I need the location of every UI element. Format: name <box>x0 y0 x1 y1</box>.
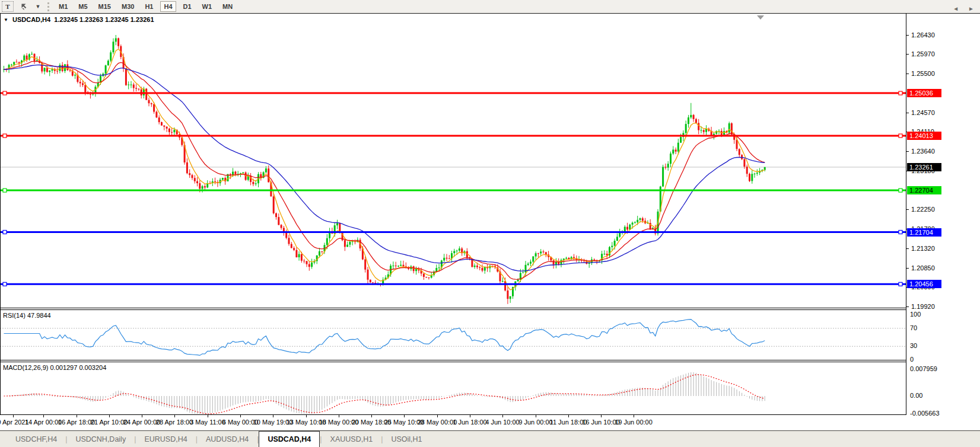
time-tick-mark <box>109 415 110 417</box>
price-tick-mark <box>906 248 909 249</box>
rsi-line <box>4 320 765 356</box>
price-tick-label: 1.20850 <box>911 264 935 272</box>
time-axis-label: 1 Jun 18:00 <box>453 419 487 426</box>
macd-signal-line <box>4 375 765 414</box>
tab-usdchf-h4[interactable]: USDCHF,H4 <box>7 431 65 447</box>
macd-panel[interactable] <box>0 362 906 415</box>
time-axis-label: 9 Jun 00:00 <box>518 419 553 426</box>
indicator-axis-label: -0.005663 <box>910 410 940 417</box>
line-handle[interactable] <box>899 189 902 192</box>
timeframe-button-h4[interactable]: H4 <box>160 1 176 12</box>
rsi-panel[interactable] <box>0 309 906 360</box>
ma-fast-line <box>4 49 765 290</box>
line-handle[interactable] <box>3 189 7 192</box>
tab-audusd-h4[interactable]: AUDUSD,H4 <box>198 431 257 447</box>
price-tick-mark <box>906 209 909 210</box>
line-handle[interactable] <box>3 134 7 138</box>
price-tick-label: 1.26430 <box>911 31 935 39</box>
tab-scroll-right-icon[interactable]: ► <box>968 5 974 12</box>
price-tick-mark <box>906 113 909 113</box>
tab-xauusd-h1[interactable]: XAUUSD,H1 <box>322 431 381 447</box>
price-tick-mark <box>906 54 909 55</box>
line-handle[interactable] <box>899 231 902 234</box>
main-price-panel[interactable] <box>0 14 906 308</box>
chart-ohlc-values: 1.23245 1.23263 1.23245 1.23261 <box>54 16 154 23</box>
time-tick-mark <box>240 415 241 417</box>
macd-histogram <box>4 372 765 414</box>
rsi-indicator-label: RSI(14) 47.9844 <box>3 312 51 319</box>
price-tick-mark <box>906 268 909 269</box>
time-axis-label: 11 Jun 18:00 <box>550 419 587 426</box>
time-axis-label: 28 May 00:00 <box>418 419 457 426</box>
tab-usoil-h1[interactable]: USOil,H1 <box>383 431 430 447</box>
time-axis-label: 4 Jun 10:00 <box>485 419 520 426</box>
line-handle[interactable] <box>3 282 7 286</box>
hline-price-label: 1.21704 <box>907 228 941 237</box>
macd-indicator-label: MACD(12,26,9) 0.001297 0.003204 <box>3 364 106 371</box>
arrows-tool-dropdown[interactable]: ▼ <box>32 1 44 12</box>
indicator-axis-label: 70 <box>910 324 917 331</box>
chart-tab-bar: USDCHF,H4|USDCNH,Daily|EURUSD,H4|AUDUSD,… <box>0 430 980 447</box>
hline-price-label: 1.25036 <box>907 89 941 97</box>
time-tick-mark <box>371 415 372 417</box>
time-axis[interactable]: 9 Apr 202114 Apr 00:0016 Apr 18:0021 Apr… <box>0 415 980 430</box>
collapse-arrow-icon[interactable]: ▼ <box>4 17 8 23</box>
time-axis-label: 19 Jun 00:00 <box>615 419 653 426</box>
timeframe-button-mn[interactable]: MN <box>219 1 236 12</box>
chart-symbol: USDCAD,H4 <box>12 16 50 23</box>
chart-shift-marker-icon[interactable] <box>757 15 764 20</box>
time-axis-label: 24 Apr 00:00 <box>123 419 160 426</box>
tab-usdcad-h4[interactable]: USDCAD,H4 <box>259 431 320 447</box>
current-price-label: 1.23261 <box>907 163 941 171</box>
price-tick-mark <box>906 306 909 307</box>
price-tick-label: 1.25970 <box>911 50 935 58</box>
line-handle[interactable] <box>3 91 7 95</box>
tab-usdcnh-daily[interactable]: USDCNH,Daily <box>67 431 134 447</box>
timeframe-button-m30[interactable]: M30 <box>118 1 138 12</box>
time-tick-mark <box>339 415 339 417</box>
time-tick-mark <box>43 415 44 417</box>
time-tick-mark <box>568 415 569 417</box>
timeframe-button-m5[interactable]: M5 <box>75 1 91 12</box>
time-tick-mark <box>13 415 14 417</box>
time-tick-mark <box>77 415 77 417</box>
arrows-tool-icon[interactable] <box>16 1 32 12</box>
indicator-axis-label: 0.007959 <box>910 365 937 372</box>
price-tick-label: 1.21320 <box>911 245 935 252</box>
price-tick-label: 1.24570 <box>911 109 935 116</box>
time-axis-label: 16 Apr 18:00 <box>58 419 95 426</box>
tab-scroll-left-icon[interactable]: ◄ <box>953 5 959 12</box>
time-axis-label: 14 Apr 00:00 <box>25 419 62 426</box>
timeframe-button-h1[interactable]: H1 <box>141 1 157 12</box>
timeframe-button-m1[interactable]: M1 <box>55 1 71 12</box>
time-tick-mark <box>142 415 142 417</box>
time-tick-mark <box>601 415 602 417</box>
hline-price-label: 1.22704 <box>907 186 941 194</box>
candles-series <box>3 35 766 304</box>
text-tool-button[interactable]: T <box>2 1 14 12</box>
price-tick-label: 1.23640 <box>911 148 935 155</box>
price-tick-label: 1.25500 <box>911 70 935 77</box>
timeframe-button-group: M1M5M15M30H1H4D1W1MN <box>55 1 236 12</box>
timeframe-button-m15[interactable]: M15 <box>95 1 114 12</box>
line-handle[interactable] <box>899 91 902 95</box>
chart-symbol-ohlc: ▼ USDCAD,H4 1.23245 1.23263 1.23245 1.23… <box>4 16 154 23</box>
line-handle[interactable] <box>3 231 7 234</box>
price-tick-label: 1.22250 <box>911 206 935 213</box>
timeframe-button-d1[interactable]: D1 <box>180 1 195 12</box>
line-handle[interactable] <box>899 282 902 286</box>
time-tick-mark <box>208 415 208 417</box>
chart-left-border <box>0 14 1 415</box>
tab-eurusd-h4[interactable]: EURUSD,H4 <box>136 431 195 447</box>
hline-price-label: 1.20456 <box>907 280 941 288</box>
time-tick-mark <box>273 415 273 417</box>
top-toolbar: T ▼ M1M5M15M30H1H4D1W1MN <box>0 0 980 14</box>
indicator-axis-label: 30 <box>910 342 917 349</box>
price-tick-label: 1.19920 <box>911 303 935 310</box>
time-tick-mark <box>502 415 503 417</box>
line-handle[interactable] <box>899 134 902 138</box>
arrows-cursor-icon <box>20 2 28 11</box>
ma-slow-line <box>4 65 765 272</box>
timeframe-button-w1[interactable]: W1 <box>199 1 216 12</box>
indicator-axis-label: 100 <box>910 311 921 318</box>
